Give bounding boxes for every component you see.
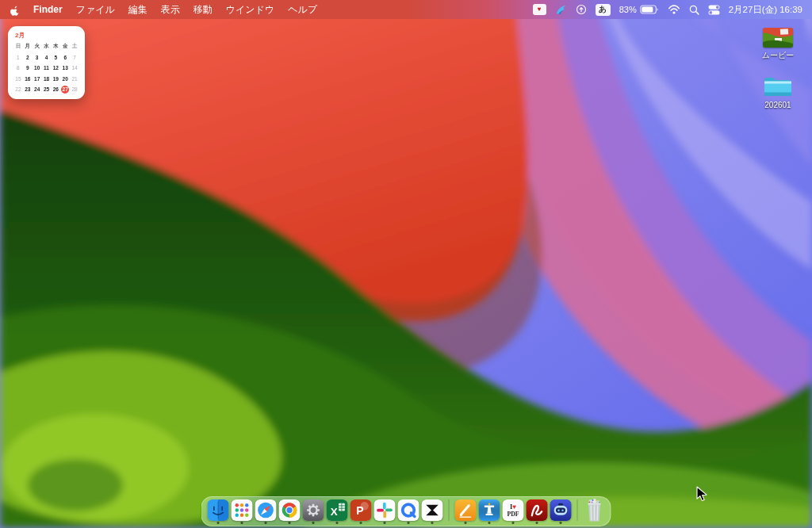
menubar-menu-item[interactable]: ヘルプ	[288, 3, 317, 17]
battery-icon	[640, 5, 659, 14]
calendar-date: 11	[42, 65, 52, 71]
menubar-clock[interactable]: 2月27日(金) 16:39	[729, 4, 802, 16]
calendar-date: 16	[23, 76, 33, 82]
calendar-date: 18	[42, 76, 52, 82]
finder-icon	[208, 499, 229, 521]
safari-icon	[255, 499, 277, 521]
ilovepdf-menubar-icon[interactable]: ♥	[533, 4, 546, 15]
calendar-date: 1	[13, 55, 23, 60]
dock-item-acrobat-reader[interactable]	[527, 499, 548, 524]
dock-item-robot-app[interactable]	[550, 499, 572, 524]
calendar-date: 9	[23, 65, 33, 71]
calendar-date: 17	[33, 76, 42, 82]
dock-item-trash[interactable]	[584, 498, 605, 526]
calendar-date: 3	[33, 55, 42, 60]
spotlight-search-icon[interactable]	[689, 5, 699, 15]
calendar-date: 10	[33, 65, 42, 71]
dock-item-keynote[interactable]	[479, 499, 500, 524]
calendar-date: 26	[51, 86, 60, 92]
desktop-wallpaper	[0, 0, 812, 528]
dock-item-excel[interactable]: X	[327, 499, 348, 524]
circle-arrow-icon[interactable]	[576, 4, 587, 15]
svg-text:X: X	[331, 505, 338, 517]
menubar-menu-item[interactable]: ファイル	[76, 3, 115, 17]
wifi-icon[interactable]	[668, 5, 680, 14]
dock-item-launchpad[interactable]	[232, 499, 253, 524]
calendar-date: 23	[23, 86, 33, 92]
calendar-date: 22	[13, 86, 23, 92]
calendar-date: 5	[51, 55, 60, 60]
calendar-day-header: 水	[42, 43, 52, 50]
dock-item-powerpoint[interactable]: P	[350, 499, 372, 524]
menubar-app-name[interactable]: Finder	[33, 4, 63, 15]
running-indicator	[241, 522, 243, 524]
menubar-menu-item[interactable]: 移動	[193, 3, 213, 17]
dock-item-quicktime[interactable]	[398, 499, 419, 524]
svg-text:PDF: PDF	[507, 510, 519, 517]
menu-bar: Finder ファイル編集表示移動ウインドウヘルプ ♥ あ 83%	[0, 0, 812, 19]
desktop-icon-folder-202601[interactable]: 202601	[762, 75, 794, 109]
apple-menu-icon[interactable]	[10, 4, 20, 16]
running-indicator	[265, 522, 267, 524]
movie-thumbnail-icon	[763, 28, 793, 48]
macos-desktop: Finder ファイル編集表示移動ウインドウヘルプ ♥ あ 83%	[0, 0, 812, 528]
dock-separator	[449, 499, 450, 521]
running-indicator	[512, 522, 515, 524]
ilovepdf-icon: I♥ PDF	[503, 499, 524, 521]
running-indicator	[408, 522, 410, 524]
running-indicator	[312, 522, 315, 524]
battery-status[interactable]: 83%	[619, 5, 659, 14]
calendar-date: 14	[70, 65, 79, 71]
calendar-day-header: 日	[13, 43, 23, 50]
running-indicator	[431, 522, 434, 524]
calendar-widget[interactable]: 2月 日月火水木金土123456789101112131415161718192…	[8, 26, 85, 99]
desktop-icon-label: ムービー	[762, 50, 794, 61]
pages-pencil-icon	[455, 499, 477, 521]
calendar-date: 12	[51, 65, 60, 71]
dock-item-chrome[interactable]	[279, 499, 301, 524]
calendar-date: 15	[13, 76, 23, 82]
slack-icon	[374, 499, 396, 521]
dock: X P	[201, 496, 611, 526]
running-indicator	[384, 522, 386, 524]
desktop-icon-movie[interactable]: ムービー	[762, 28, 794, 61]
calendar-day-header: 火	[33, 43, 42, 50]
dock-item-capcut[interactable]	[422, 499, 443, 524]
dock-item-system-settings[interactable]	[303, 499, 324, 524]
calendar-day-header: 土	[70, 43, 79, 50]
running-indicator	[289, 522, 291, 524]
calendar-today: 27	[60, 86, 70, 92]
running-indicator	[465, 522, 467, 524]
blue-swoosh-icon[interactable]	[555, 4, 567, 16]
calendar-date: 28	[70, 86, 79, 92]
dock-item-safari[interactable]	[255, 499, 277, 524]
calendar-date: 8	[13, 65, 23, 71]
calendar-day-header: 金	[60, 43, 70, 50]
dock-item-finder[interactable]	[208, 499, 229, 524]
dock-item-ilovepdf[interactable]: I♥ PDF	[503, 499, 524, 524]
running-indicator	[336, 522, 339, 524]
running-indicator	[217, 522, 220, 524]
chrome-icon	[279, 499, 301, 521]
menubar-menu-item[interactable]: ウインドウ	[226, 3, 274, 17]
calendar-date: 21	[70, 76, 79, 82]
trash-full-icon	[583, 498, 605, 522]
calendar-date: 25	[42, 86, 52, 92]
capcut-icon	[422, 499, 443, 521]
running-indicator	[536, 522, 538, 524]
acrobat-reader-icon	[527, 499, 548, 521]
running-indicator	[560, 522, 562, 524]
calendar-date: 2	[23, 55, 33, 60]
menubar-menu-item[interactable]: 編集	[128, 3, 147, 17]
desktop-icons: ムービー 202601	[749, 28, 807, 109]
dock-item-pages[interactable]	[455, 499, 477, 524]
calendar-date: 7	[70, 55, 79, 60]
calendar-grid: 日月火水木金土123456789101112131415161718192021…	[13, 41, 79, 95]
menubar-menu-item[interactable]: 表示	[161, 3, 180, 17]
calendar-date: 4	[42, 55, 52, 60]
control-center-icon[interactable]	[708, 5, 720, 15]
calendar-date: 24	[33, 86, 42, 92]
svg-text:P: P	[356, 504, 363, 517]
input-source-badge[interactable]: あ	[596, 4, 611, 16]
dock-item-slack[interactable]	[374, 499, 396, 524]
